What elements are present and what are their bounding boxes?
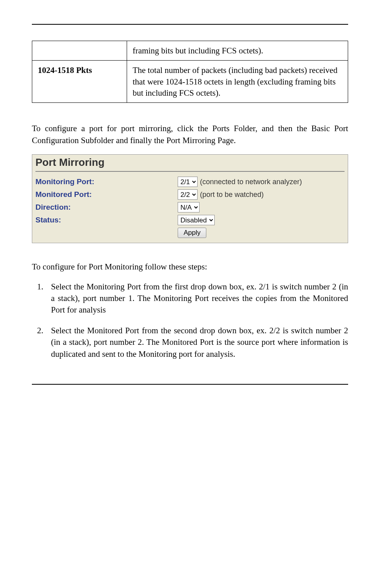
table-row: framing bits but including FCS octets). <box>32 41 348 61</box>
steps-list: Select the Monitoring Port from the firs… <box>32 281 348 360</box>
list-item: Select the Monitored Port from the secon… <box>45 325 348 360</box>
port-mirroring-panel: Port Mirroring Monitoring Port: 2/1 (con… <box>32 154 348 243</box>
direction-label: Direction: <box>35 203 178 212</box>
monitoring-port-select[interactable]: 2/1 <box>178 177 198 187</box>
status-select[interactable]: Disabled <box>178 215 215 225</box>
top-rule <box>32 24 348 25</box>
status-row: Status: Disabled <box>35 215 345 225</box>
monitoring-port-hint: (connected to network analyzer) <box>200 178 302 186</box>
direction-select[interactable]: N/A <box>178 202 200 212</box>
row1-label-cell <box>32 41 127 61</box>
monitored-port-label: Monitored Port: <box>35 190 178 199</box>
direction-row: Direction: N/A <box>35 202 345 212</box>
monitoring-port-label: Monitoring Port: <box>35 177 178 186</box>
list-item: Select the Monitoring Port from the firs… <box>45 281 348 316</box>
intro-paragraph: To configure a port for port mirroring, … <box>32 123 348 146</box>
monitored-port-select[interactable]: 2/2 <box>178 189 198 200</box>
bottom-rule <box>32 384 348 385</box>
monitoring-port-row: Monitoring Port: 2/1 (connected to netwo… <box>35 177 345 187</box>
definition-table: framing bits but including FCS octets). … <box>32 41 348 103</box>
table-row: 1024-1518 Pkts The total number of packe… <box>32 61 348 103</box>
panel-title: Port Mirroring <box>35 156 345 172</box>
apply-button[interactable]: Apply <box>178 228 207 238</box>
row2-desc-cell: The total number of packets (including b… <box>127 61 348 103</box>
row2-label-cell: 1024-1518 Pkts <box>32 61 127 103</box>
apply-row: Apply <box>35 228 345 238</box>
status-label: Status: <box>35 216 178 224</box>
monitored-port-row: Monitored Port: 2/2 (port to be watched) <box>35 189 345 200</box>
monitored-port-hint: (port to be watched) <box>200 191 264 199</box>
steps-intro: To configure for Port Monitoring follow … <box>32 261 348 273</box>
row1-desc-cell: framing bits but including FCS octets). <box>127 41 348 61</box>
